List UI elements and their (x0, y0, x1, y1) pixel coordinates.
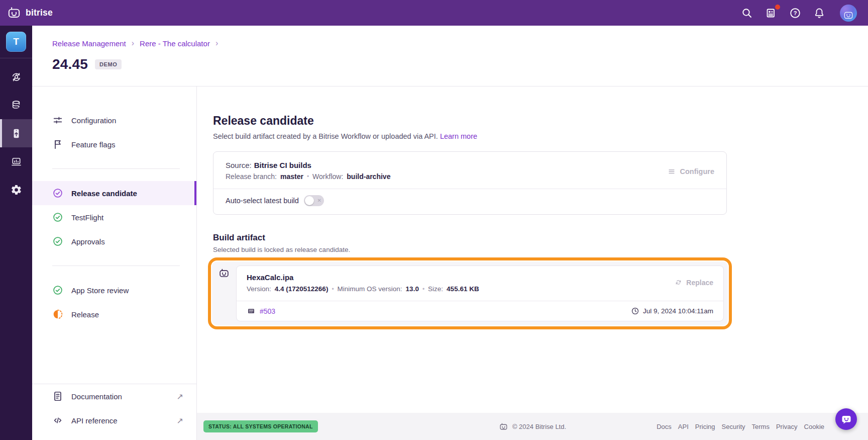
footer-link-pricing[interactable]: Pricing (695, 423, 715, 430)
pipelines-icon (11, 71, 22, 83)
selected-artifact-highlight: HexaCalc.ipa Version: 4.4 (1720512266) •… (208, 257, 732, 329)
external-link-icon: ↗ (177, 416, 183, 425)
footer-link-cookie[interactable]: Cookie (804, 423, 824, 430)
toggle-knob (305, 196, 314, 205)
footer-links: Docs API Pricing Security Terms Privacy … (657, 423, 824, 430)
notification-dot (775, 5, 780, 10)
breadcrumb-release-management[interactable]: Release Management (52, 39, 126, 48)
page-head: Release Management › Rere - The calculat… (32, 26, 868, 86)
phone-release-icon (11, 128, 22, 139)
auto-select-label: Auto-select latest build (226, 197, 299, 205)
rail-item-release-management[interactable] (0, 119, 32, 147)
main-area: Release candidate Select build artifact … (197, 86, 868, 440)
learn-more-link[interactable]: Learn more (440, 132, 477, 140)
workflow-value: build-archive (347, 172, 390, 181)
bitrise-bot-icon (499, 422, 508, 431)
page-body: Configuration Feature flags (32, 86, 868, 440)
chat-widget-button[interactable] (835, 408, 857, 430)
sidenav-item-documentation[interactable]: Documentation ↗ (32, 384, 196, 408)
footer-link-terms[interactable]: Terms (752, 423, 770, 430)
configure-button[interactable]: Configure (667, 167, 714, 176)
document-icon (52, 391, 63, 402)
question-circle-icon: ? (789, 7, 801, 19)
sidenav-item-feature-flags[interactable]: Feature flags (32, 132, 196, 156)
bitrise-bot-icon (7, 7, 21, 20)
configure-label: Configure (680, 167, 714, 175)
replace-button[interactable]: Replace (674, 278, 713, 287)
source-label: Source: (226, 161, 252, 169)
page-title: 24.45 (52, 56, 88, 72)
sidenav-item-approvals[interactable]: Approvals (32, 229, 196, 253)
toggle-off-x-icon: ✕ (317, 198, 321, 203)
size-label: Size: (428, 285, 443, 293)
notifications-button[interactable] (813, 6, 826, 20)
sidenav-item-configuration[interactable]: Configuration (32, 108, 196, 132)
sidenav-item-testflight[interactable]: TestFlight (32, 205, 196, 229)
app-initial: T (13, 36, 19, 47)
source-card: Source: Bitrise CI builds Release branch… (213, 151, 727, 215)
bullet-separator: • (422, 286, 424, 293)
menu-lines-icon (667, 167, 676, 176)
code-icon (52, 415, 63, 426)
half-circle-progress-icon (52, 309, 63, 320)
chat-bot-icon (840, 413, 852, 425)
topbar-actions: ? (740, 5, 857, 22)
chevron-right-icon: › (215, 39, 218, 47)
check-circle-icon (52, 188, 63, 199)
version-label: Version: (247, 285, 271, 293)
footer-link-api[interactable]: API (678, 423, 689, 430)
breadcrumb: Release Management › Rere - The calculat… (52, 39, 868, 48)
sidenav-spacer (32, 326, 196, 384)
svg-text:?: ? (794, 10, 797, 16)
chevron-right-icon: › (132, 39, 134, 47)
sidenav-item-api-reference[interactable]: API reference ↗ (32, 408, 196, 432)
avatar[interactable] (840, 5, 857, 22)
copyright-text: © 2024 Bitrise Ltd. (512, 423, 566, 430)
sidenav-item-app-store-review[interactable]: App Store review (32, 278, 196, 302)
rail-item-insights[interactable] (0, 147, 32, 175)
sidenav-divider (52, 168, 180, 169)
sidenav-divider (52, 266, 180, 266)
artifact-details: HexaCalc.ipa Version: 4.4 (1720512266) •… (237, 266, 723, 301)
bitrise-logo[interactable]: bitrise (7, 7, 53, 20)
top-app-bar: bitrise ? (0, 0, 868, 26)
help-button[interactable]: ? (789, 6, 802, 20)
whats-new-button[interactable] (765, 6, 778, 20)
rail-item-ci-builds[interactable] (0, 63, 32, 91)
sidenav-item-release-candidate[interactable]: Release candidate (32, 181, 196, 205)
app-shell: T (0, 26, 868, 440)
brand-name: bitrise (26, 8, 53, 18)
auto-select-toggle[interactable]: ✕ (304, 195, 324, 206)
rail-item-build-cache[interactable] (0, 91, 32, 119)
source-meta: Release branch: master • Workflow: build… (226, 172, 714, 181)
bell-icon (813, 7, 825, 19)
branch-label: Release branch: (226, 172, 277, 181)
sidenav-item-release[interactable]: Release (32, 302, 196, 326)
page: Release Management › Rere - The calculat… (32, 26, 868, 440)
section-description: Select build artifact created by a Bitri… (213, 132, 727, 140)
rail-item-settings[interactable] (0, 175, 32, 204)
external-link-icon: ↗ (177, 392, 183, 401)
system-status-badge[interactable]: STATUS: ALL SYSTEMS OPERATIONAL (203, 420, 318, 432)
sidenav-label: Feature flags (71, 140, 116, 149)
sliders-icon (52, 115, 63, 126)
clock-icon (631, 307, 639, 315)
breadcrumb-app[interactable]: Rere - The calculator (140, 39, 210, 48)
build-artifact-title: Build artifact (213, 233, 727, 243)
check-circle-icon (52, 236, 63, 247)
database-bolt-icon (11, 100, 22, 111)
footer-link-security[interactable]: Security (722, 423, 745, 430)
gear-icon (11, 184, 22, 196)
search-button[interactable] (740, 6, 754, 20)
app-icon-rere-calculator[interactable]: T (6, 32, 26, 52)
size-value: 455.61 KB (447, 285, 479, 293)
sidenav-label: API reference (71, 416, 118, 425)
artifact-gutter (212, 261, 236, 325)
artifact-file-name: HexaCalc.ipa (247, 273, 713, 282)
build-number-link[interactable]: #503 (247, 307, 275, 315)
footer-link-docs[interactable]: Docs (657, 423, 672, 430)
artifact-card: HexaCalc.ipa Version: 4.4 (1720512266) •… (212, 261, 728, 325)
sidenav-label: Configuration (71, 116, 116, 125)
footer-link-privacy[interactable]: Privacy (776, 423, 798, 430)
artifact-footer: #503 Jul 9, 2024 10:04:11am (237, 301, 723, 321)
